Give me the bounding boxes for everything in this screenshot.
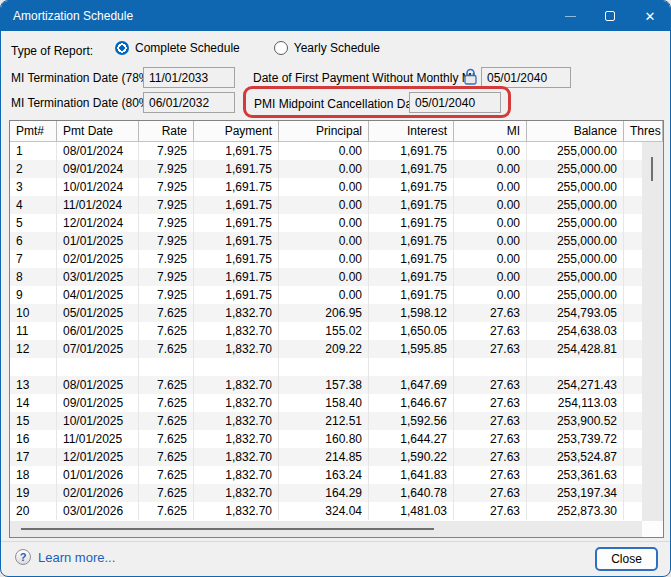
column-header-payment[interactable]: Payment (194, 121, 279, 141)
table-cell: 05/01/2025 (57, 304, 139, 322)
pmi-midpoint-field[interactable]: 05/01/2040 (409, 92, 501, 113)
table-row[interactable]: 803/01/20257.9251,691.750.001,691.750.00… (10, 268, 663, 286)
table-row[interactable]: 1207/01/20257.6251,832.70209.221,595.852… (10, 340, 663, 358)
radio-unselected-icon[interactable] (274, 41, 288, 55)
table-cell: 253,524.87 (527, 448, 624, 466)
table-cell: 255,000.00 (527, 250, 624, 268)
table-cell: 1,595.85 (369, 340, 454, 358)
table-row[interactable]: 2003/01/20267.6251,832.70324.041,481.032… (10, 502, 663, 520)
table-cell: 252,873.30 (527, 502, 624, 520)
close-button[interactable]: Close (595, 547, 658, 571)
table-cell: 14 (10, 394, 57, 412)
table-row[interactable]: 601/01/20257.9251,691.750.001,691.750.00… (10, 232, 663, 250)
table-row[interactable]: 904/01/20257.9251,691.750.001,691.750.00… (10, 286, 663, 304)
table-cell: 27.63 (454, 466, 527, 484)
column-header-principal[interactable]: Principal (279, 121, 369, 141)
first-no-mi-field[interactable]: 05/01/2040 (481, 67, 571, 88)
table-cell: 12 (10, 340, 57, 358)
table-cell: 0.00 (279, 214, 369, 232)
table-cell (139, 358, 194, 376)
table-row[interactable]: 310/01/20247.9251,691.750.001,691.750.00… (10, 178, 663, 196)
minimize-button[interactable] (550, 1, 590, 31)
table-cell: 0.00 (454, 142, 527, 160)
first-no-mi-label: Date of First Payment Without Monthly MI (253, 71, 475, 85)
horizontal-scrollbar-thumb[interactable] (21, 528, 434, 530)
table-cell: 09/01/2024 (57, 160, 139, 178)
table-row[interactable]: 1801/01/20267.6251,832.70163.241,641.832… (10, 466, 663, 484)
table-cell: 02/01/2026 (57, 484, 139, 502)
column-header-pmt-date[interactable]: Pmt Date (57, 121, 139, 141)
table-cell: 01/01/2025 (57, 232, 139, 250)
table-row[interactable]: 512/01/20247.9251,691.750.001,691.750.00… (10, 214, 663, 232)
table-cell: 0.00 (454, 196, 527, 214)
table-cell: 255,000.00 (527, 268, 624, 286)
table-row[interactable]: 1611/01/20257.6251,832.70160.801,644.272… (10, 430, 663, 448)
table-row[interactable]: 1510/01/20257.6251,832.70212.511,592.562… (10, 412, 663, 430)
table-cell: 255,000.00 (527, 196, 624, 214)
learn-more-text: Learn more... (38, 550, 115, 565)
radio-option-label: Complete Schedule (135, 41, 240, 55)
table-cell: 0.00 (279, 178, 369, 196)
vertical-scrollbar[interactable] (642, 142, 663, 521)
table-cell: 27.63 (454, 412, 527, 430)
table-cell: 1,691.75 (194, 250, 279, 268)
table-spacer-row[interactable] (10, 358, 663, 376)
table-cell: 0.00 (279, 250, 369, 268)
table-row[interactable]: 1409/01/20257.6251,832.70158.401,646.672… (10, 394, 663, 412)
close-window-button[interactable]: ✕ (630, 1, 670, 31)
table-cell: 7.925 (139, 250, 194, 268)
table-cell: 1,832.70 (194, 448, 279, 466)
table-cell: 8 (10, 268, 57, 286)
table-cell: 18 (10, 466, 57, 484)
table-row[interactable]: 411/01/20247.9251,691.750.001,691.750.00… (10, 196, 663, 214)
table-row[interactable]: 1902/01/20267.6251,832.70164.291,640.782… (10, 484, 663, 502)
table-row[interactable]: 209/01/20247.9251,691.750.001,691.750.00… (10, 160, 663, 178)
lock-icon[interactable] (463, 68, 478, 85)
table-row[interactable]: 1308/01/20257.6251,832.70157.381,647.692… (10, 376, 663, 394)
table-cell: 1,691.75 (369, 142, 454, 160)
table-row[interactable]: 1005/01/20257.6251,832.70206.951,598.122… (10, 304, 663, 322)
table-cell: 7.625 (139, 340, 194, 358)
table-cell: 1,641.83 (369, 466, 454, 484)
table-row[interactable]: 702/01/20257.9251,691.750.001,691.750.00… (10, 250, 663, 268)
table-cell: 1,691.75 (194, 178, 279, 196)
column-header-balance[interactable]: Balance (527, 121, 624, 141)
table-cell: 1,691.75 (369, 214, 454, 232)
table-cell: 0.00 (454, 178, 527, 196)
table-cell: 1,832.70 (194, 484, 279, 502)
table-cell: 1 (10, 142, 57, 160)
table-cell: 7.625 (139, 376, 194, 394)
mi80-field[interactable]: 06/01/2032 (143, 92, 235, 113)
radio-selected-icon[interactable] (115, 41, 129, 55)
table-cell: 02/01/2025 (57, 250, 139, 268)
column-header-thres[interactable]: Thres (624, 121, 663, 141)
horizontal-scrollbar[interactable] (10, 521, 642, 537)
table-cell: 255,000.00 (527, 142, 624, 160)
table-cell: 1,832.70 (194, 502, 279, 520)
column-header-mi[interactable]: MI (454, 121, 527, 141)
table-row[interactable]: 108/01/20247.9251,691.750.001,691.750.00… (10, 142, 663, 160)
table-cell: 7.925 (139, 160, 194, 178)
column-header-rate[interactable]: Rate (139, 121, 194, 141)
vertical-scrollbar-thumb[interactable] (651, 157, 653, 181)
column-header-pmt-[interactable]: Pmt# (10, 121, 57, 141)
radio-option-yearly-schedule[interactable]: Yearly Schedule (274, 41, 380, 55)
table-cell: 7.625 (139, 394, 194, 412)
maximize-button[interactable] (590, 1, 630, 31)
table-row[interactable]: 1106/01/20257.6251,832.70155.021,650.052… (10, 322, 663, 340)
table-row[interactable]: 1712/01/20257.6251,832.70214.851,590.222… (10, 448, 663, 466)
mi78-field[interactable]: 11/01/2033 (143, 67, 235, 88)
column-header-interest[interactable]: Interest (369, 121, 454, 141)
table-cell: 1,691.75 (369, 232, 454, 250)
table-cell: 1,691.75 (369, 268, 454, 286)
learn-more-link[interactable]: ? Learn more... (15, 549, 115, 565)
table-cell: 15 (10, 412, 57, 430)
radio-option-complete-schedule[interactable]: Complete Schedule (115, 41, 240, 55)
table-cell: 1,481.03 (369, 502, 454, 520)
table-cell: 255,000.00 (527, 286, 624, 304)
table-cell: 19 (10, 484, 57, 502)
table-cell: 1,650.05 (369, 322, 454, 340)
table-cell: 254,428.81 (527, 340, 624, 358)
radio-option-label: Yearly Schedule (294, 41, 380, 55)
table-cell (10, 358, 57, 376)
